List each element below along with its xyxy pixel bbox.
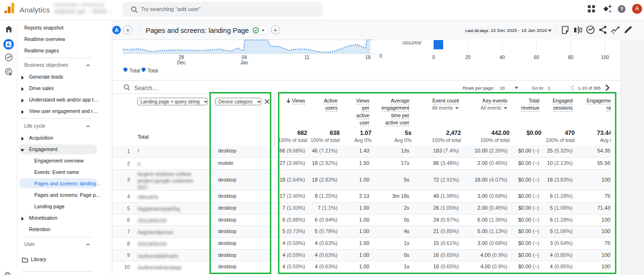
svg-text:/2012/03/: /2012/03/	[402, 40, 421, 45]
svg-text:Jan: Jan	[240, 60, 248, 65]
svg-text:20: 20	[465, 55, 471, 60]
svg-text:60: 60	[534, 55, 539, 60]
svg-text:11: 11	[305, 55, 310, 60]
svg-text:100: 100	[601, 55, 609, 60]
svg-text:0: 0	[379, 53, 382, 59]
svg-text:04: 04	[241, 55, 247, 60]
svg-text:0: 0	[432, 55, 435, 60]
svg-text:40: 40	[499, 55, 505, 60]
svg-text:28: 28	[178, 55, 184, 60]
svg-text:Dec: Dec	[177, 60, 186, 65]
svg-text:18: 18	[365, 55, 371, 60]
svg-text:80: 80	[568, 55, 574, 60]
